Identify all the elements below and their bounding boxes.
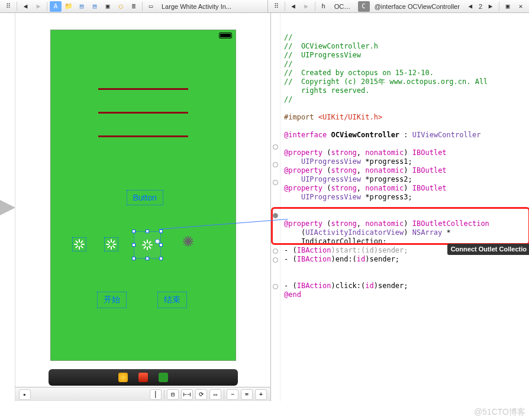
source-editor[interactable]: // // OCViewController.h // UIProgressVi… xyxy=(280,13,529,401)
code-keyword: IBOutlet xyxy=(412,166,447,175)
c-file-icon[interactable]: C xyxy=(358,1,370,12)
jump-bar-symbol[interactable]: @interface OCViewController xyxy=(371,3,463,10)
list-icon[interactable]: ≣ xyxy=(128,1,140,12)
storyboard-icon[interactable]: ▤ xyxy=(76,1,88,12)
object-icon[interactable]: ◯ xyxy=(115,1,127,12)
code-comment: // UIProgressView xyxy=(284,51,361,59)
code-keyword: strong xyxy=(331,184,356,192)
progress-view-3[interactable] xyxy=(98,135,188,137)
forward-icon[interactable]: ▶ xyxy=(33,1,44,12)
code-comment: // Created by octopus on 15-12-10. xyxy=(284,69,434,77)
resolve-icon[interactable]: ⟳ xyxy=(195,389,207,400)
start-button[interactable]: 开始 xyxy=(97,292,127,308)
code-text: , xyxy=(357,219,365,228)
code-text: * xyxy=(442,228,450,237)
battery-icon xyxy=(219,33,232,38)
toggle-outline-icon[interactable]: ▸ xyxy=(19,389,31,400)
connection-indicator-icon[interactable] xyxy=(273,257,278,263)
zoom-in-icon[interactable]: + xyxy=(255,389,267,400)
jump-bar-item[interactable]: Large White Activity In... xyxy=(158,3,265,10)
h-file-icon[interactable]: h xyxy=(318,1,330,12)
code-text-obscured: )start:(id)sender; xyxy=(331,246,408,254)
back-icon[interactable]: ◀ xyxy=(20,1,31,12)
exit-icon[interactable] xyxy=(159,373,168,382)
scene-dock[interactable] xyxy=(49,369,238,386)
end-button-label: 结束 xyxy=(164,295,180,304)
spinner-icon xyxy=(142,240,153,250)
connection-indicator-icon[interactable] xyxy=(273,248,278,254)
code-text: ) xyxy=(404,148,412,157)
close-assistant-icon[interactable]: ✕ xyxy=(515,1,527,12)
related-items-icon[interactable]: ⠿ xyxy=(270,1,282,12)
counter-fwd-icon[interactable]: ▶ xyxy=(485,1,496,12)
code-type: UIActivityIndicatorView xyxy=(305,228,404,237)
connection-indicator-icon[interactable] xyxy=(273,284,278,289)
end-button[interactable]: 结束 xyxy=(157,292,187,308)
storyboard-icon-2[interactable]: ▤ xyxy=(89,1,101,12)
ui-button[interactable]: Button xyxy=(127,190,163,205)
activity-indicator-1[interactable] xyxy=(72,237,86,251)
code-comment: rights reserved. xyxy=(284,86,370,95)
canvas-gutter xyxy=(0,13,15,401)
counter-back-icon[interactable]: ◀ xyxy=(465,1,476,12)
connection-tooltip: Connect Outlet Collectio xyxy=(447,244,529,255)
pin-icon[interactable]: ⊢⊣ xyxy=(181,389,193,400)
jump-bar-file[interactable]: OCVi... xyxy=(331,3,357,10)
file-icon[interactable]: A xyxy=(50,1,62,12)
code-keyword: id xyxy=(357,255,365,263)
code-text: ) xyxy=(404,166,412,175)
connection-indicator-icon[interactable] xyxy=(273,180,278,185)
code-keyword: IBAction xyxy=(297,246,331,254)
connection-indicator-icon[interactable] xyxy=(273,162,278,167)
segue-arrow-icon xyxy=(0,200,15,215)
folder-icon[interactable]: 📁 xyxy=(63,1,75,12)
window-icon[interactable]: ▭ xyxy=(145,1,157,12)
back-icon[interactable]: ◀ xyxy=(288,1,299,12)
code-keyword: IBAction xyxy=(297,255,331,263)
code-import: #import xyxy=(284,113,318,121)
code-comment: // xyxy=(284,95,292,104)
code-text: - ( xyxy=(284,255,297,263)
forward-icon[interactable]: ▶ xyxy=(301,1,312,12)
code-keyword: @end xyxy=(284,290,301,299)
stack-icon[interactable]: ⊟ xyxy=(167,389,179,400)
activity-indicator-4[interactable] xyxy=(179,235,198,254)
code-text: )sender; xyxy=(365,255,399,263)
activity-indicator-3-selected[interactable] xyxy=(134,231,161,259)
code-keyword: strong xyxy=(331,166,356,175)
progress-view-2[interactable] xyxy=(98,112,188,114)
first-responder-icon[interactable] xyxy=(138,373,148,382)
code-text: )click:( xyxy=(331,282,365,290)
code-comment: // xyxy=(284,60,292,68)
interface-builder-canvas[interactable]: Button 开始 xyxy=(15,13,271,401)
code-keyword: @property xyxy=(284,184,327,192)
activity-indicator-2[interactable] xyxy=(104,237,118,251)
left-jump-bar[interactable]: ⠿ ◀ ▶ A 📁 ▤ ▤ ▣ ◯ ≣ ▭ Large White Activi… xyxy=(0,0,268,13)
zoom-actual-icon[interactable]: = xyxy=(241,389,253,400)
code-keyword: @property xyxy=(284,166,327,175)
code-keyword: IBOutlet xyxy=(412,148,447,157)
resize-icon[interactable]: ▭ xyxy=(209,389,221,400)
right-jump-bar[interactable]: ⠿ ◀ ▶ h OCVi... C @interface OCViewContr… xyxy=(268,0,529,13)
related-items-icon[interactable]: ⠿ xyxy=(2,1,14,12)
assistant-editor[interactable]: // // OCViewController.h // UIProgressVi… xyxy=(271,13,529,401)
view-controller-icon[interactable] xyxy=(118,373,128,382)
box-icon[interactable]: ▣ xyxy=(102,1,114,12)
code-text: , xyxy=(357,166,365,175)
code-text: , xyxy=(357,148,365,157)
code-text: *progress1; xyxy=(361,157,412,166)
connection-indicator-icon[interactable] xyxy=(273,144,278,150)
zoom-out-icon[interactable]: − xyxy=(227,389,238,400)
ui-button-label: Button xyxy=(133,193,157,202)
canvas-bottom-bar[interactable]: ▸ ⎮ ⊟ ⊢⊣ ⟳ ▭ − = + xyxy=(15,387,270,401)
code-gutter[interactable] xyxy=(271,13,280,401)
align-icon[interactable]: ⎮ xyxy=(150,389,162,400)
connection-indicator-filled-icon[interactable] xyxy=(273,213,278,218)
code-keyword: nonatomic xyxy=(365,219,404,228)
code-text: IndicatorCollection; xyxy=(284,237,386,245)
code-keyword: nonatomic xyxy=(365,148,404,157)
device-view[interactable]: Button 开始 xyxy=(50,30,236,361)
spinner-icon xyxy=(106,239,117,250)
progress-view-1[interactable] xyxy=(98,88,188,90)
add-assistant-icon[interactable]: ▣ xyxy=(502,1,514,12)
